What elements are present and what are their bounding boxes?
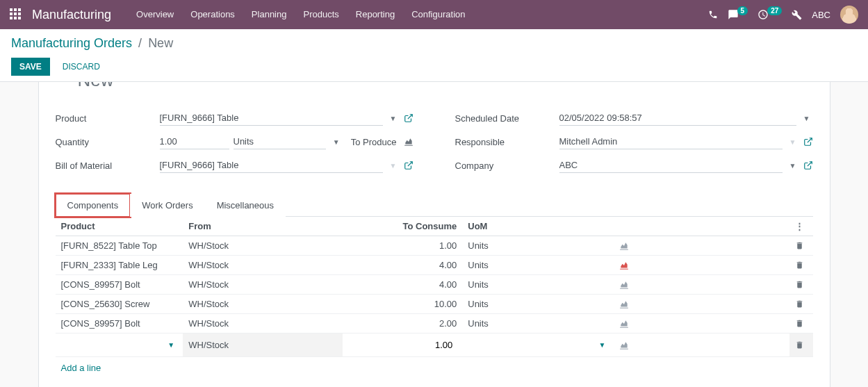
scheduled-date-field[interactable] — [559, 110, 796, 126]
table-row[interactable]: [FURN_2333] Table LegWH/Stock4.00Units — [56, 256, 813, 275]
external-link-icon[interactable] — [803, 160, 813, 170]
cell-product[interactable]: [CONS_89957] Bolt — [56, 314, 183, 334]
forecast-icon[interactable] — [404, 138, 413, 146]
cell-uom[interactable]: Units — [462, 314, 614, 334]
cell-to-consume[interactable]: 4.00 — [343, 275, 462, 295]
nav-configuration[interactable]: Configuration — [403, 0, 473, 29]
forecast-icon[interactable] — [619, 261, 784, 270]
chevron-down-icon[interactable]: ▼ — [330, 138, 343, 146]
wrench-icon[interactable] — [792, 10, 802, 20]
forecast-icon[interactable] — [619, 242, 784, 250]
cell-product[interactable]: [FURN_8522] Table Top — [56, 236, 183, 256]
label-responsible: Responsible — [455, 137, 559, 147]
trash-icon[interactable] — [795, 340, 807, 349]
save-button[interactable]: Save — [11, 58, 50, 76]
cell-to-consume[interactable]: 1.00 — [343, 236, 462, 256]
discard-button[interactable]: Discard — [60, 58, 103, 76]
activity-icon[interactable]: 27 — [758, 9, 782, 20]
cell-from[interactable]: WH/Stock — [183, 334, 343, 357]
cell-delete — [789, 275, 812, 295]
external-link-icon[interactable] — [404, 113, 413, 123]
svg-line-2 — [807, 138, 811, 142]
messages-icon[interactable]: 5 — [728, 9, 748, 20]
breadcrumb-current: New — [148, 36, 173, 50]
chevron-down-icon[interactable]: ▼ — [596, 341, 609, 349]
nav-planning[interactable]: Planning — [243, 0, 295, 29]
add-line[interactable]: Add a line — [56, 357, 813, 379]
uom-field[interactable] — [234, 134, 326, 149]
breadcrumb: Manufacturing Orders / New — [11, 36, 857, 51]
trash-icon[interactable] — [795, 319, 807, 328]
th-from: From — [183, 217, 343, 236]
external-link-icon[interactable] — [404, 160, 413, 170]
user-name[interactable]: ABC — [812, 10, 830, 20]
cell-delete — [789, 334, 812, 357]
cell-product[interactable]: [CONS_89957] Bolt — [56, 275, 183, 295]
cell-product[interactable]: [CONS_25630] Screw — [56, 295, 183, 314]
cell-product[interactable]: ▼ — [56, 334, 183, 357]
nav-reporting[interactable]: Reporting — [347, 0, 403, 29]
tab-miscellaneous[interactable]: Miscellaneous — [205, 194, 286, 217]
trash-icon[interactable] — [795, 261, 807, 270]
trash-icon[interactable] — [795, 241, 807, 250]
cell-uom[interactable]: Units — [462, 295, 614, 314]
trash-icon[interactable] — [795, 299, 807, 308]
chevron-down-icon[interactable]: ▼ — [387, 162, 400, 170]
to-produce-label: To Produce — [351, 137, 397, 147]
avatar[interactable] — [840, 6, 858, 24]
cell-to-consume[interactable] — [343, 334, 462, 357]
cell-uom[interactable]: Units — [462, 275, 614, 295]
company-field[interactable] — [559, 158, 783, 173]
cell-from[interactable]: WH/Stock — [183, 295, 343, 314]
chevron-down-icon[interactable]: ▼ — [801, 115, 813, 122]
table-row[interactable]: [CONS_89957] BoltWH/Stock2.00Units — [56, 314, 813, 334]
tab-work-orders[interactable]: Work Orders — [130, 194, 204, 217]
forecast-icon[interactable] — [619, 341, 784, 349]
svg-line-1 — [407, 162, 411, 166]
record-title: New — [78, 82, 114, 88]
cell-to-consume[interactable]: 4.00 — [343, 256, 462, 275]
forecast-icon[interactable] — [619, 281, 784, 289]
brand[interactable]: Manufacturing — [32, 8, 111, 22]
chevron-down-icon[interactable]: ▼ — [787, 162, 799, 170]
chevron-down-icon[interactable]: ▼ — [787, 138, 799, 146]
table-options-icon[interactable]: ⋮ — [789, 217, 812, 236]
table-row[interactable]: [CONS_89957] BoltWH/Stock4.00Units — [56, 275, 813, 295]
table-row[interactable]: [FURN_8522] Table TopWH/Stock1.00Units — [56, 236, 813, 256]
to-consume-input[interactable] — [348, 338, 457, 352]
chevron-down-icon[interactable]: ▼ — [387, 115, 400, 122]
forecast-icon[interactable] — [619, 300, 784, 308]
bom-field[interactable]: [FURN_9666] Table — [160, 158, 383, 173]
breadcrumb-root[interactable]: Manufacturing Orders — [11, 36, 132, 50]
breadcrumb-sep: / — [138, 36, 142, 50]
cell-uom[interactable]: Units — [462, 236, 614, 256]
nav-operations[interactable]: Operations — [182, 0, 243, 29]
cell-product[interactable]: [FURN_2333] Table Leg — [56, 256, 183, 275]
cell-from[interactable]: WH/Stock — [183, 314, 343, 334]
tab-components[interactable]: Components — [56, 194, 131, 217]
cell-to-consume[interactable]: 2.00 — [343, 314, 462, 334]
responsible-field[interactable] — [559, 134, 783, 149]
cell-from[interactable]: WH/Stock — [183, 256, 343, 275]
cell-from[interactable]: WH/Stock — [183, 275, 343, 295]
cell-uom[interactable]: ▼ — [462, 334, 614, 357]
nav-overview[interactable]: Overview — [128, 0, 182, 29]
apps-icon[interactable] — [10, 8, 22, 21]
th-uom: UoM — [462, 217, 614, 236]
trash-icon[interactable] — [795, 280, 807, 289]
quantity-field[interactable] — [160, 134, 229, 149]
cell-from[interactable]: WH/Stock — [183, 236, 343, 256]
product-field[interactable] — [160, 110, 383, 126]
cell-uom[interactable]: Units — [462, 256, 614, 275]
th-forecast — [614, 217, 789, 236]
phone-icon[interactable] — [708, 10, 718, 19]
external-link-icon[interactable] — [803, 137, 813, 147]
cell-forecast — [614, 314, 789, 334]
forecast-icon[interactable] — [619, 320, 784, 328]
svg-line-3 — [807, 162, 811, 166]
nav-products[interactable]: Products — [295, 0, 347, 29]
chevron-down-icon[interactable]: ▼ — [165, 341, 177, 349]
table-row-edit[interactable]: ▼WH/Stock▼ — [56, 334, 813, 357]
table-row[interactable]: [CONS_25630] ScrewWH/Stock10.00Units — [56, 295, 813, 314]
cell-to-consume[interactable]: 10.00 — [343, 295, 462, 314]
